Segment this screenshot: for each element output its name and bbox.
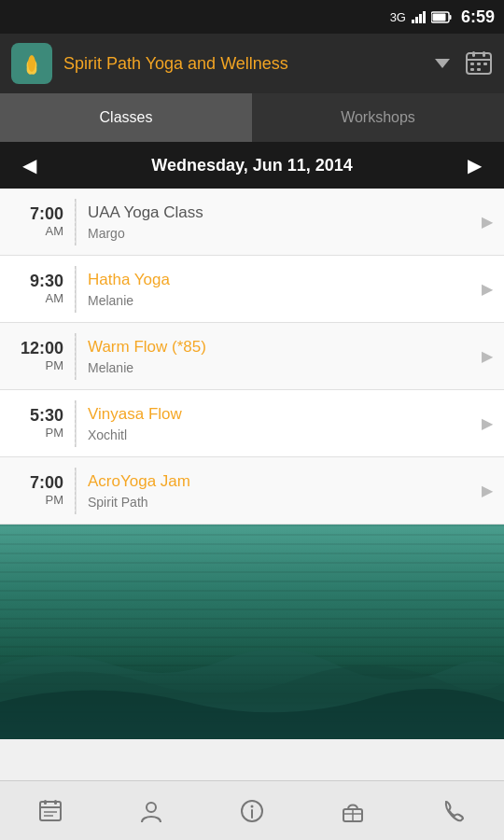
time-col: 9:30 AM: [0, 273, 75, 305]
svg-rect-14: [477, 68, 481, 71]
prev-date-button[interactable]: ◀: [15, 150, 44, 180]
svg-rect-8: [472, 51, 475, 57]
app-header: Spirit Path Yoga and Wellness: [0, 34, 504, 93]
tab-classes[interactable]: Classes: [0, 93, 252, 142]
schedule-row[interactable]: 5:30 PM Vinyasa Flow Xochitl ▶: [0, 390, 504, 457]
current-date: Wednesday, Jun 11, 2014: [151, 156, 352, 175]
class-name: UAA Yoga Class: [88, 203, 470, 223]
time-col: 5:30 PM: [0, 407, 75, 440]
class-instructor: Xochitl: [88, 427, 470, 442]
class-instructor: Margo: [88, 226, 470, 241]
hero-waves: [0, 627, 504, 739]
class-info: Vinyasa Flow Xochitl: [77, 395, 482, 451]
item-arrow-icon: ▶: [482, 213, 504, 231]
class-time: 12:00: [7, 340, 63, 358]
class-name: Warm Flow (*85): [88, 337, 470, 357]
schedule-nav-icon: [37, 798, 63, 824]
class-ampm: AM: [7, 291, 63, 305]
calendar-header-icon[interactable]: [465, 49, 493, 77]
class-name: Hatha Yoga: [88, 270, 470, 290]
tab-bar: Classes Workshops: [0, 93, 504, 142]
tab-workshops[interactable]: Workshops: [252, 93, 504, 142]
svg-rect-7: [467, 59, 491, 61]
class-name: Vinyasa Flow: [88, 404, 470, 425]
nav-store[interactable]: [302, 798, 403, 824]
profile-nav-icon: [138, 798, 164, 824]
item-arrow-icon: ▶: [482, 414, 504, 432]
class-info: AcroYoga Jam Spirit Path: [77, 462, 482, 518]
svg-rect-13: [470, 68, 474, 71]
schedule-row[interactable]: 12:00 PM Warm Flow (*85) Melanie ▶: [0, 323, 504, 390]
bottom-nav: [0, 780, 504, 840]
schedule-list: 7:00 AM UAA Yoga Class Margo ▶ 9:30 AM H…: [0, 189, 504, 525]
schedule-row[interactable]: 7:00 PM AcroYoga Jam Spirit Path ▶: [0, 457, 504, 525]
class-time: 7:00: [7, 205, 63, 224]
app-title: Spirit Path Yoga and Wellness: [63, 54, 429, 74]
hero-image: [0, 525, 504, 739]
svg-point-5: [28, 55, 35, 72]
class-time: 9:30: [7, 273, 63, 291]
lotus-icon: [19, 50, 45, 77]
nav-profile[interactable]: [101, 798, 202, 824]
svg-point-21: [147, 803, 156, 812]
class-time: 7:00: [7, 474, 63, 493]
schedule-row[interactable]: 7:00 AM UAA Yoga Class Margo ▶: [0, 189, 504, 256]
signal-icon: [412, 10, 426, 23]
class-info: Hatha Yoga Melanie: [77, 260, 482, 316]
app-logo: [11, 43, 52, 84]
time-col: 12:00 PM: [0, 340, 75, 372]
class-info: Warm Flow (*85) Melanie: [77, 328, 482, 384]
svg-rect-12: [483, 63, 487, 65]
class-ampm: PM: [7, 493, 63, 507]
status-bar: 3G 6:59: [0, 0, 504, 34]
schedule-row[interactable]: 9:30 AM Hatha Yoga Melanie ▶: [0, 256, 504, 323]
time-col: 7:00 PM: [0, 474, 75, 507]
svg-rect-11: [477, 63, 481, 65]
item-arrow-icon: ▶: [482, 482, 504, 499]
item-arrow-icon: ▶: [482, 347, 504, 365]
store-nav-icon: [340, 798, 366, 824]
svg-rect-10: [470, 63, 474, 65]
svg-rect-2: [432, 13, 445, 21]
svg-rect-17: [44, 800, 47, 805]
nav-info[interactable]: [202, 798, 302, 824]
phone-nav-icon: [441, 798, 467, 824]
class-info: UAA Yoga Class Margo: [77, 193, 482, 249]
dropdown-arrow-icon: [435, 59, 450, 68]
class-ampm: PM: [7, 426, 63, 440]
nav-phone[interactable]: [403, 798, 504, 824]
svg-rect-15: [40, 802, 61, 820]
class-instructor: Melanie: [88, 360, 470, 375]
battery-icon: [431, 11, 452, 23]
svg-rect-18: [54, 800, 57, 805]
next-date-button[interactable]: ▶: [460, 150, 489, 180]
class-name: AcroYoga Jam: [88, 471, 470, 492]
class-instructor: Melanie: [88, 293, 470, 308]
class-ampm: AM: [7, 224, 63, 238]
class-time: 5:30: [7, 407, 63, 426]
info-nav-icon: [239, 798, 265, 824]
clock: 6:59: [461, 7, 495, 27]
date-nav: ◀ Wednesday, Jun 11, 2014 ▶: [0, 142, 504, 189]
svg-rect-9: [483, 51, 485, 57]
svg-point-23: [251, 805, 254, 807]
item-arrow-icon: ▶: [482, 280, 504, 298]
nav-schedule[interactable]: [0, 798, 101, 824]
time-col: 7:00 AM: [0, 205, 75, 238]
class-ampm: PM: [7, 358, 63, 372]
svg-rect-1: [449, 15, 451, 20]
signal-label: 3G: [390, 10, 406, 24]
class-instructor: Spirit Path: [88, 495, 470, 510]
